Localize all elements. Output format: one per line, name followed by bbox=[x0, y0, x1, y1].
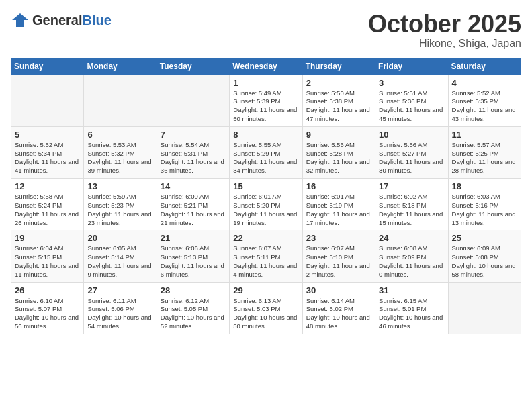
calendar-cell bbox=[448, 282, 521, 334]
day-number: 27 bbox=[87, 285, 152, 295]
weekday-header-row: SundayMondayTuesdayWednesdayThursdayFrid… bbox=[11, 58, 521, 75]
day-info: Sunrise: 6:01 AMSunset: 5:20 PMDaylight:… bbox=[233, 193, 298, 227]
day-info: Sunrise: 6:05 AMSunset: 5:14 PMDaylight:… bbox=[87, 244, 152, 279]
weekday-header-sunday: Sunday bbox=[11, 58, 84, 75]
calendar-cell: 14Sunrise: 6:00 AMSunset: 5:21 PMDayligh… bbox=[157, 179, 229, 230]
calendar-table: SundayMondayTuesdayWednesdayThursdayFrid… bbox=[11, 58, 521, 334]
day-info: Sunrise: 5:56 AMSunset: 5:27 PMDaylight:… bbox=[379, 141, 444, 175]
logo-general: General bbox=[32, 13, 82, 28]
month-title: October 2025 bbox=[368, 11, 521, 38]
calendar-cell: 21Sunrise: 6:06 AMSunset: 5:13 PMDayligh… bbox=[157, 230, 229, 282]
calendar-cell: 29Sunrise: 6:13 AMSunset: 5:03 PMDayligh… bbox=[230, 282, 302, 334]
day-number: 1 bbox=[233, 78, 298, 88]
calendar-cell: 8Sunrise: 5:55 AMSunset: 5:29 PMDaylight… bbox=[230, 126, 302, 178]
day-info: Sunrise: 6:02 AMSunset: 5:18 PMDaylight:… bbox=[379, 193, 444, 227]
logo: GeneralBlue bbox=[11, 11, 112, 30]
calendar-cell: 20Sunrise: 6:05 AMSunset: 5:14 PMDayligh… bbox=[84, 230, 157, 282]
weekday-header-saturday: Saturday bbox=[448, 58, 521, 75]
calendar-cell bbox=[157, 75, 229, 126]
week-row-4: 19Sunrise: 6:04 AMSunset: 5:15 PMDayligh… bbox=[11, 230, 521, 282]
calendar-cell: 2Sunrise: 5:50 AMSunset: 5:38 PMDaylight… bbox=[302, 75, 375, 126]
calendar-cell: 18Sunrise: 6:03 AMSunset: 5:16 PMDayligh… bbox=[448, 179, 521, 230]
week-row-1: 1Sunrise: 5:49 AMSunset: 5:39 PMDaylight… bbox=[11, 75, 521, 126]
logo-text: GeneralBlue bbox=[32, 13, 112, 28]
calendar-cell: 3Sunrise: 5:51 AMSunset: 5:36 PMDaylight… bbox=[375, 75, 448, 126]
day-number: 26 bbox=[15, 285, 80, 295]
calendar-cell: 30Sunrise: 6:14 AMSunset: 5:02 PMDayligh… bbox=[302, 282, 375, 334]
weekday-header-tuesday: Tuesday bbox=[157, 58, 229, 75]
calendar-cell: 28Sunrise: 6:12 AMSunset: 5:05 PMDayligh… bbox=[157, 282, 229, 334]
week-row-3: 12Sunrise: 5:58 AMSunset: 5:24 PMDayligh… bbox=[11, 179, 521, 230]
day-info: Sunrise: 5:53 AMSunset: 5:32 PMDaylight:… bbox=[87, 141, 152, 175]
day-info: Sunrise: 5:55 AMSunset: 5:29 PMDaylight:… bbox=[233, 141, 298, 175]
calendar-cell: 26Sunrise: 6:10 AMSunset: 5:07 PMDayligh… bbox=[11, 282, 84, 334]
calendar-cell: 22Sunrise: 6:07 AMSunset: 5:11 PMDayligh… bbox=[230, 230, 302, 282]
day-info: Sunrise: 5:52 AMSunset: 5:34 PMDaylight:… bbox=[15, 141, 80, 175]
day-number: 21 bbox=[161, 233, 226, 243]
day-info: Sunrise: 6:08 AMSunset: 5:09 PMDaylight:… bbox=[379, 244, 444, 279]
calendar-cell: 25Sunrise: 6:09 AMSunset: 5:08 PMDayligh… bbox=[448, 230, 521, 282]
day-number: 9 bbox=[306, 130, 371, 140]
calendar-cell: 24Sunrise: 6:08 AMSunset: 5:09 PMDayligh… bbox=[375, 230, 448, 282]
day-info: Sunrise: 5:58 AMSunset: 5:24 PMDaylight:… bbox=[15, 193, 80, 227]
day-info: Sunrise: 5:59 AMSunset: 5:23 PMDaylight:… bbox=[87, 193, 152, 227]
day-info: Sunrise: 6:10 AMSunset: 5:07 PMDaylight:… bbox=[15, 297, 80, 331]
calendar-cell: 19Sunrise: 6:04 AMSunset: 5:15 PMDayligh… bbox=[11, 230, 84, 282]
location-title: Hikone, Shiga, Japan bbox=[368, 38, 521, 50]
day-info: Sunrise: 5:56 AMSunset: 5:28 PMDaylight:… bbox=[306, 141, 371, 175]
day-info: Sunrise: 6:07 AMSunset: 5:11 PMDaylight:… bbox=[233, 244, 298, 279]
day-info: Sunrise: 6:09 AMSunset: 5:08 PMDaylight:… bbox=[452, 244, 517, 279]
weekday-header-wednesday: Wednesday bbox=[230, 58, 302, 75]
day-number: 13 bbox=[87, 181, 152, 191]
day-number: 28 bbox=[161, 285, 226, 295]
weekday-header-monday: Monday bbox=[84, 58, 157, 75]
day-info: Sunrise: 5:54 AMSunset: 5:31 PMDaylight:… bbox=[161, 141, 226, 175]
calendar-cell: 10Sunrise: 5:56 AMSunset: 5:27 PMDayligh… bbox=[375, 126, 448, 178]
day-info: Sunrise: 5:49 AMSunset: 5:39 PMDaylight:… bbox=[233, 89, 298, 124]
page-header: GeneralBlue October 2025 Hikone, Shiga, … bbox=[11, 11, 521, 50]
day-number: 22 bbox=[233, 233, 298, 243]
calendar-cell: 15Sunrise: 6:01 AMSunset: 5:20 PMDayligh… bbox=[230, 179, 302, 230]
day-number: 3 bbox=[379, 78, 444, 88]
logo-icon bbox=[11, 11, 30, 30]
day-info: Sunrise: 6:14 AMSunset: 5:02 PMDaylight:… bbox=[306, 297, 371, 331]
day-number: 15 bbox=[233, 181, 298, 191]
day-number: 31 bbox=[379, 285, 444, 295]
week-row-5: 26Sunrise: 6:10 AMSunset: 5:07 PMDayligh… bbox=[11, 282, 521, 334]
day-number: 11 bbox=[452, 130, 517, 140]
week-row-2: 5Sunrise: 5:52 AMSunset: 5:34 PMDaylight… bbox=[11, 126, 521, 178]
day-number: 20 bbox=[87, 233, 152, 243]
calendar-cell: 6Sunrise: 5:53 AMSunset: 5:32 PMDaylight… bbox=[84, 126, 157, 178]
day-number: 2 bbox=[306, 78, 371, 88]
calendar-cell: 27Sunrise: 6:11 AMSunset: 5:06 PMDayligh… bbox=[84, 282, 157, 334]
day-number: 29 bbox=[233, 285, 298, 295]
day-info: Sunrise: 6:04 AMSunset: 5:15 PMDaylight:… bbox=[15, 244, 80, 279]
calendar-cell: 4Sunrise: 5:52 AMSunset: 5:35 PMDaylight… bbox=[448, 75, 521, 126]
weekday-header-friday: Friday bbox=[375, 58, 448, 75]
day-number: 19 bbox=[15, 233, 80, 243]
day-number: 4 bbox=[452, 78, 517, 88]
calendar-cell: 31Sunrise: 6:15 AMSunset: 5:01 PMDayligh… bbox=[375, 282, 448, 334]
day-number: 18 bbox=[452, 181, 517, 191]
calendar-cell: 16Sunrise: 6:01 AMSunset: 5:19 PMDayligh… bbox=[302, 179, 375, 230]
day-number: 8 bbox=[233, 130, 298, 140]
day-info: Sunrise: 6:00 AMSunset: 5:21 PMDaylight:… bbox=[161, 193, 226, 227]
day-number: 14 bbox=[161, 181, 226, 191]
day-info: Sunrise: 6:06 AMSunset: 5:13 PMDaylight:… bbox=[161, 244, 226, 279]
title-block: October 2025 Hikone, Shiga, Japan bbox=[368, 11, 521, 50]
day-info: Sunrise: 6:12 AMSunset: 5:05 PMDaylight:… bbox=[161, 297, 226, 331]
calendar-cell: 23Sunrise: 6:07 AMSunset: 5:10 PMDayligh… bbox=[302, 230, 375, 282]
day-number: 12 bbox=[15, 181, 80, 191]
weekday-header-thursday: Thursday bbox=[302, 58, 375, 75]
calendar-cell: 9Sunrise: 5:56 AMSunset: 5:28 PMDaylight… bbox=[302, 126, 375, 178]
logo-blue: Blue bbox=[82, 13, 111, 28]
day-number: 25 bbox=[452, 233, 517, 243]
day-info: Sunrise: 6:11 AMSunset: 5:06 PMDaylight:… bbox=[87, 297, 152, 331]
day-number: 23 bbox=[306, 233, 371, 243]
day-info: Sunrise: 5:50 AMSunset: 5:38 PMDaylight:… bbox=[306, 89, 371, 124]
day-number: 24 bbox=[379, 233, 444, 243]
calendar-body: 1Sunrise: 5:49 AMSunset: 5:39 PMDaylight… bbox=[11, 75, 521, 334]
day-info: Sunrise: 6:03 AMSunset: 5:16 PMDaylight:… bbox=[452, 193, 517, 227]
day-info: Sunrise: 5:51 AMSunset: 5:36 PMDaylight:… bbox=[379, 89, 444, 124]
day-info: Sunrise: 6:15 AMSunset: 5:01 PMDaylight:… bbox=[379, 297, 444, 331]
